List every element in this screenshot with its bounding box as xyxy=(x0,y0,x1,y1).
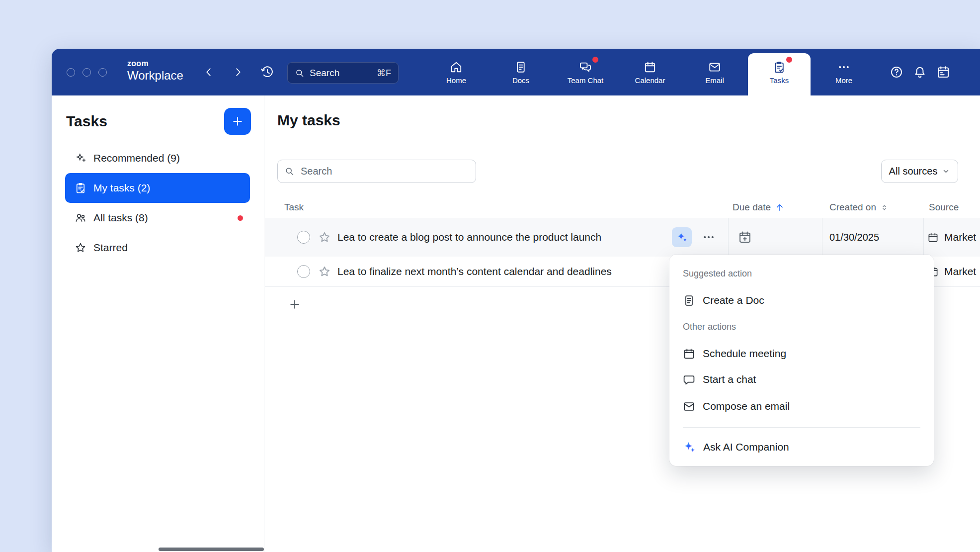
column-header-due-date[interactable]: Due date xyxy=(733,197,785,218)
task-title: Lea to finalize next month’s content cal… xyxy=(337,266,612,277)
clipboard-check-icon xyxy=(75,182,86,194)
global-search[interactable]: Search ⌘F xyxy=(287,62,399,84)
menu-item-label: Schedule meeting xyxy=(703,348,786,360)
sidebar-header: Tasks xyxy=(66,107,251,135)
app-window: zoom Workplace Search ⌘F Home Docs xyxy=(52,49,980,552)
nav-tasks[interactable]: Tasks xyxy=(747,49,812,95)
add-task-button[interactable] xyxy=(224,108,251,135)
help-icon xyxy=(890,65,903,79)
global-search-shortcut: ⌘F xyxy=(377,68,391,79)
more-icon xyxy=(837,61,850,74)
star-icon xyxy=(318,231,331,244)
nav-more[interactable]: More xyxy=(812,49,876,95)
history-icon xyxy=(260,65,274,79)
topbar-right-icons xyxy=(890,49,950,95)
forward-button[interactable] xyxy=(232,66,244,78)
plus-icon xyxy=(288,298,301,311)
schedule-button[interactable] xyxy=(936,65,950,79)
add-due-date-button[interactable] xyxy=(738,230,752,244)
nav-home[interactable]: Home xyxy=(424,49,489,95)
ai-companion-icon xyxy=(676,231,688,243)
sidebar-item-label: Recommended (9) xyxy=(93,152,180,164)
my-tasks-panel: My tasks All sources Task Due date Creat… xyxy=(265,95,980,552)
calendar-icon xyxy=(927,232,939,243)
ai-companion-icon xyxy=(683,441,696,454)
sort-ascending-icon xyxy=(775,202,785,212)
task-complete-checkbox[interactable] xyxy=(297,231,310,244)
nav-home-label: Home xyxy=(446,77,466,84)
team-chat-notification-dot xyxy=(592,57,598,63)
source-filter-dropdown[interactable]: All sources xyxy=(881,160,958,183)
calendar-icon xyxy=(683,348,695,360)
product-name: Workplace xyxy=(127,70,183,82)
nav-calendar[interactable]: Calendar xyxy=(618,49,682,95)
ask-ai-companion-menu-item[interactable]: Ask AI Companion xyxy=(683,434,920,460)
popup-section-header: Suggested action xyxy=(683,266,920,281)
due-date-label: Due date xyxy=(733,202,771,213)
star-icon xyxy=(318,265,331,278)
nav-docs-label: Docs xyxy=(512,77,529,84)
horizontal-scrollbar-thumb[interactable] xyxy=(159,548,264,551)
sidebar-item-all-tasks[interactable]: All tasks (8) xyxy=(65,203,250,233)
table-row[interactable]: Lea to create a blog post to announce th… xyxy=(265,218,980,257)
plus-icon xyxy=(231,115,244,128)
source-cell: Market xyxy=(927,266,976,277)
column-header-created-on[interactable]: Created on xyxy=(829,197,889,218)
cell-divider xyxy=(728,218,729,257)
task-search-input[interactable] xyxy=(277,160,476,183)
nav-team-chat[interactable]: Team Chat xyxy=(553,49,618,95)
chat-bubble-icon xyxy=(683,373,695,386)
sidebar-item-my-tasks[interactable]: My tasks (2) xyxy=(65,173,250,203)
chevron-down-icon xyxy=(942,167,950,176)
notifications-button[interactable] xyxy=(913,65,927,79)
primary-nav: Home Docs Team Chat Calendar Emai xyxy=(424,49,876,95)
task-complete-checkbox[interactable] xyxy=(297,265,310,278)
all-tasks-notification-dot xyxy=(238,215,243,221)
row-more-actions-button[interactable] xyxy=(702,231,716,244)
nav-tasks-label: Tasks xyxy=(770,77,789,84)
nav-docs[interactable]: Docs xyxy=(489,49,553,95)
desktop-background: zoom Workplace Search ⌘F Home Docs xyxy=(0,0,980,552)
star-task-button[interactable] xyxy=(318,265,331,278)
source-filter-label: All sources xyxy=(889,166,938,177)
search-icon xyxy=(295,68,305,78)
nav-email[interactable]: Email xyxy=(682,49,747,95)
sidebar-item-label: Starred xyxy=(93,242,128,254)
people-icon xyxy=(75,212,86,224)
menu-item-label: Create a Doc xyxy=(703,294,764,306)
zoom-logo: zoom xyxy=(127,60,183,68)
window-minimize-button[interactable] xyxy=(82,68,91,77)
popup-section-header: Other actions xyxy=(683,319,920,334)
create-doc-menu-item[interactable]: Create a Doc xyxy=(683,287,920,313)
start-chat-menu-item[interactable]: Start a chat xyxy=(683,367,920,392)
source-value: Market xyxy=(944,231,976,243)
source-value: Market xyxy=(944,266,976,277)
compose-email-menu-item[interactable]: Compose an email xyxy=(683,393,920,419)
tasks-icon xyxy=(773,61,786,74)
history-button[interactable] xyxy=(260,65,274,79)
window-zoom-button[interactable] xyxy=(98,68,107,77)
sidebar-item-recommended[interactable]: Recommended (9) xyxy=(65,143,250,173)
star-task-button[interactable] xyxy=(318,231,331,244)
help-button[interactable] xyxy=(890,65,903,79)
nav-calendar-label: Calendar xyxy=(635,77,665,84)
column-header-source: Source xyxy=(929,197,959,218)
team-chat-icon xyxy=(579,61,592,74)
back-button[interactable] xyxy=(203,66,215,78)
star-icon xyxy=(75,242,86,254)
calendar-icon xyxy=(644,61,656,74)
popup-divider xyxy=(683,427,920,428)
source-cell: Market xyxy=(927,231,976,243)
sparkle-plus-icon xyxy=(75,152,86,164)
sidebar-item-starred[interactable]: Starred xyxy=(65,233,250,263)
window-close-button[interactable] xyxy=(67,68,75,77)
ellipsis-icon xyxy=(702,231,716,244)
global-search-placeholder: Search xyxy=(310,68,339,79)
menu-item-label: Start a chat xyxy=(703,373,756,385)
add-row-button[interactable] xyxy=(288,298,301,311)
ai-companion-button[interactable] xyxy=(672,227,692,247)
email-icon xyxy=(683,400,695,413)
window-controls xyxy=(67,49,107,95)
schedule-meeting-menu-item[interactable]: Schedule meeting xyxy=(683,341,920,367)
topbar: zoom Workplace Search ⌘F Home Docs xyxy=(52,49,980,95)
